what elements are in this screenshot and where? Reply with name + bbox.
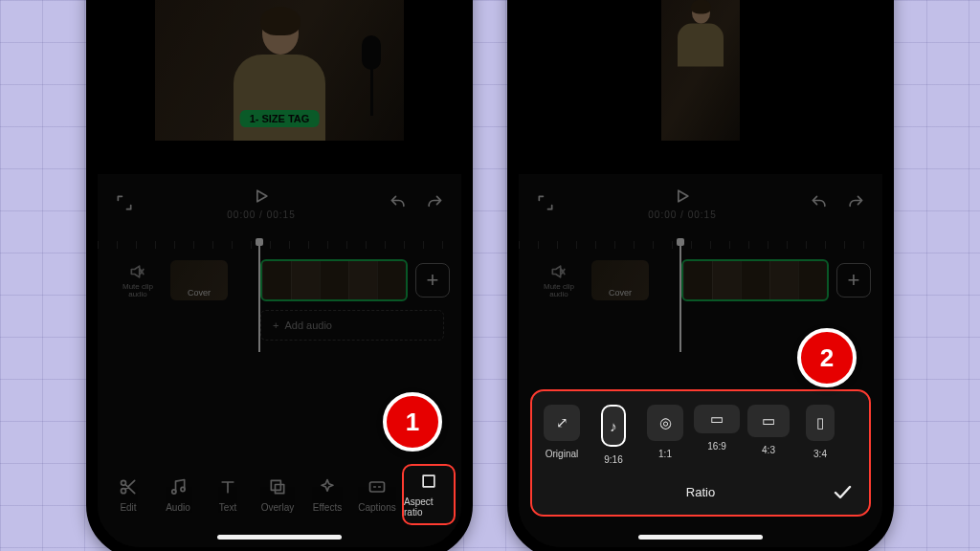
mute-clip-button[interactable]: Mute clipaudio [536,260,582,300]
tool-audio[interactable]: Audio [153,472,203,518]
clip-strip[interactable] [681,259,829,301]
ratio-panel: ⤢ Original ♪ 9:16 ◎ 1:1 ▭ 16:9 ▭ 4:3 ▯ 3… [530,389,871,517]
size-tag-overlay: 1- SIZE TAG [240,110,320,127]
overlay-icon [268,477,287,496]
plus-icon: + [273,320,278,331]
ratio-original[interactable]: ⤢ Original [542,405,582,465]
time-ticks [98,241,461,249]
aspect-ratio-icon [419,472,438,491]
playback-bar: 00:00 / 00:15 [98,180,461,226]
ratio-5-8[interactable]: ▯ 5:8* [852,405,859,465]
ratio-label: 9:16 [604,454,622,465]
home-indicator [638,535,763,540]
time-total: 00:15 [267,209,296,220]
scissors-icon [119,477,138,496]
cover-label: Cover [188,288,211,300]
captions-icon [368,477,387,496]
tool-label: Edit [120,502,136,513]
plus-icon: + [427,268,439,293]
ratio-panel-title: Ratio [686,485,715,499]
mute-clip-button[interactable]: Mute clipaudio [115,260,161,300]
add-audio-label: Add audio [284,320,332,331]
portrait-icon: ▯ [816,414,824,431]
speaker-muted-icon [549,262,568,281]
ratio-16-9[interactable]: ▭ 16:9 [697,405,737,465]
time-current: 00:00 [227,209,256,220]
time-ticks [519,241,882,249]
svg-rect-7 [423,475,434,487]
time-current: 00:00 [648,209,677,220]
clip-strip[interactable] [260,259,408,301]
step-badge-1: 1 [383,392,442,452]
text-icon [218,477,237,496]
redo-icon[interactable] [846,193,865,212]
undo-icon[interactable] [389,193,408,212]
tool-overlay[interactable]: Overlay [253,472,302,518]
timeline[interactable]: Mute clipaudio Cover + + Add audio [98,241,461,365]
playback-bar: 00:00 / 00:15 [519,180,882,226]
mute-label-l2: audio [128,290,147,298]
fullscreen-icon[interactable] [536,193,555,212]
ratio-4-3[interactable]: ▭ 4:3 [748,405,789,465]
instagram-icon: ◎ [659,414,672,431]
tool-effects[interactable]: Effects [302,472,352,518]
ratio-list[interactable]: ⤢ Original ♪ 9:16 ◎ 1:1 ▭ 16:9 ▭ 4:3 ▯ 3… [542,405,859,465]
add-audio-track[interactable]: + Add audio [260,310,444,341]
expand-icon: ⤢ [556,414,568,431]
home-indicator [217,535,342,540]
phone-step2: 00:00 / 00:15 Mute clipaudio Cover [507,0,894,551]
sparkle-icon [318,477,337,496]
video-frame: 1- SIZE TAG [155,0,404,141]
timecode-readout: 00:00 / 00:15 [227,209,295,220]
tool-label: Captions [358,502,395,513]
ratio-3-4[interactable]: ▯ 3:4 [800,405,840,465]
tool-aspect-ratio[interactable]: Aspect ratio [402,464,456,525]
check-icon [831,480,854,503]
tool-text[interactable]: Text [203,472,253,518]
timecode-readout: 00:00 / 00:15 [648,209,716,220]
tool-edit[interactable]: Edit [103,472,153,518]
ratio-label: Original [546,449,578,459]
step-badge-2: 2 [797,328,857,387]
redo-icon[interactable] [425,193,444,212]
plus-icon: + [848,268,860,293]
svg-rect-6 [370,482,385,492]
play-icon[interactable] [673,187,692,206]
svg-rect-4 [271,480,280,490]
bottom-toolbar: Edit Audio Text Overlay Effects [98,465,461,524]
ratio-label: 1:1 [658,449,672,459]
ratio-label: 3:4 [813,449,827,459]
phone-step1: 1- SIZE TAG 00:00 / 00:15 [86,0,473,551]
tiktok-icon: ♪ [610,418,617,434]
mute-label-l2: audio [549,290,568,298]
youtube-icon: ▭ [710,410,724,428]
microphone-graphic [339,35,392,121]
play-icon[interactable] [252,187,271,206]
tool-label: Overlay [261,502,294,513]
subject-silhouette [672,0,729,67]
video-frame-9-16 [661,0,740,141]
cover-thumbnail[interactable]: Cover [170,260,228,300]
undo-icon[interactable] [810,193,829,212]
youtube-icon: ▭ [762,412,775,430]
svg-point-2 [172,489,176,493]
tool-label: Effects [313,502,342,513]
tool-label: Audio [166,502,190,513]
confirm-button[interactable] [831,480,854,503]
video-preview[interactable]: 1- SIZE TAG [98,0,461,174]
svg-point-3 [181,487,185,491]
time-total: 00:15 [688,209,717,220]
add-clip-button[interactable]: + [836,263,871,298]
ratio-1-1[interactable]: ◎ 1:1 [645,405,685,465]
svg-rect-5 [276,484,284,493]
video-preview[interactable] [519,0,882,174]
tool-label: Aspect ratio [404,496,454,518]
music-note-icon [168,477,188,496]
add-clip-button[interactable]: + [415,263,450,298]
tool-captions[interactable]: Captions [352,472,402,518]
cover-thumbnail[interactable]: Cover [591,260,649,300]
cover-label: Cover [609,288,632,300]
fullscreen-icon[interactable] [115,193,134,212]
ratio-9-16[interactable]: ♪ 9:16 [593,405,634,465]
ratio-label: 4:3 [762,445,775,455]
